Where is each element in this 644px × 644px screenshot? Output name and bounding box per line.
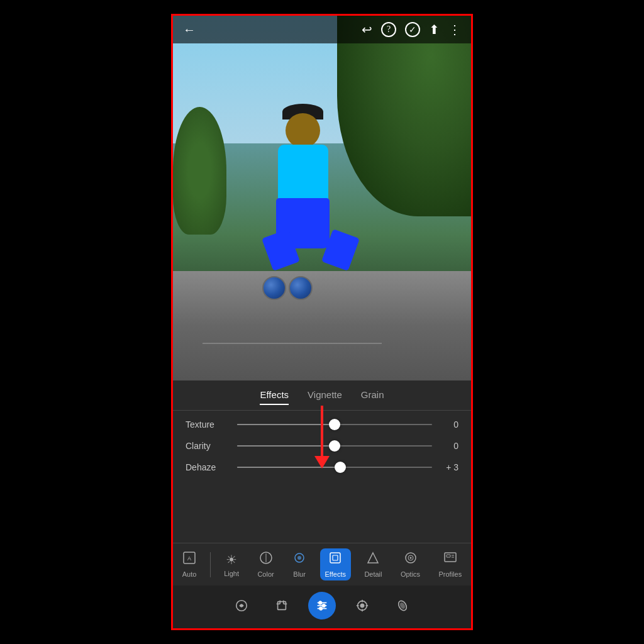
nav-adjust[interactable] — [308, 592, 336, 619]
tab-vignette[interactable]: Vignette — [308, 389, 342, 405]
svg-point-27 — [319, 607, 323, 610]
nav-crop[interactable] — [268, 592, 296, 619]
divider-1 — [210, 552, 211, 577]
dehaze-value: + 3 — [440, 462, 458, 472]
arrow-indicator — [314, 406, 330, 469]
svg-rect-6 — [330, 553, 340, 563]
share-icon[interactable]: ⬆ — [429, 22, 440, 37]
texture-value: 0 — [440, 419, 458, 430]
tool-profiles[interactable]: Profiles — [434, 548, 467, 580]
svg-point-25 — [322, 604, 325, 608]
tab-effects[interactable]: Effects — [260, 389, 289, 405]
optics-icon — [404, 551, 418, 568]
tool-bar: A Auto ☀ Light Color — [173, 543, 471, 586]
svg-rect-13 — [447, 555, 450, 557]
dehaze-label: Dehaze — [186, 462, 230, 472]
svg-rect-7 — [333, 555, 338, 560]
tab-grain[interactable]: Grain — [361, 389, 384, 405]
tool-blur[interactable]: Blur — [287, 548, 311, 580]
tool-optics[interactable]: Optics — [396, 548, 425, 580]
light-icon: ☀ — [226, 552, 237, 567]
texture-track[interactable] — [237, 424, 432, 425]
undo-icon[interactable]: ↩ — [362, 22, 372, 37]
nav-selective[interactable] — [348, 592, 376, 619]
phone-frame: ← ↩ ? ✓ ⬆ ⋮ — [171, 14, 473, 630]
clarity-track[interactable] — [237, 445, 432, 447]
more-icon[interactable]: ⋮ — [448, 22, 461, 37]
svg-rect-17 — [278, 602, 286, 610]
profiles-label: Profiles — [439, 570, 462, 578]
clarity-value: 0 — [440, 441, 458, 451]
color-icon — [259, 551, 273, 568]
nav-heal[interactable] — [389, 592, 416, 619]
svg-point-29 — [360, 604, 364, 608]
auto-label: Auto — [182, 570, 197, 578]
svg-marker-8 — [368, 553, 378, 563]
svg-point-23 — [319, 601, 322, 604]
light-label: Light — [224, 570, 239, 577]
person-subject — [254, 113, 367, 289]
nav-presets[interactable] — [228, 592, 255, 619]
photo-area — [173, 16, 471, 380]
back-icon[interactable]: ← — [183, 23, 196, 37]
optics-label: Optics — [401, 570, 420, 578]
svg-point-11 — [409, 557, 411, 559]
tool-light[interactable]: ☀ Light — [219, 550, 244, 580]
effects-icon — [328, 551, 342, 568]
tool-detail[interactable]: Detail — [359, 548, 387, 580]
detail-icon — [366, 551, 380, 568]
tool-auto[interactable]: A Auto — [177, 548, 202, 580]
check-icon[interactable]: ✓ — [405, 22, 420, 37]
profiles-icon — [443, 551, 457, 568]
effects-label: Effects — [325, 570, 346, 578]
clarity-label: Clarity — [186, 441, 230, 451]
tool-effects[interactable]: Effects — [320, 548, 351, 580]
svg-point-5 — [297, 556, 301, 560]
svg-text:A: A — [187, 555, 191, 562]
help-icon[interactable]: ? — [381, 22, 396, 37]
blur-label: Blur — [293, 570, 306, 578]
bottom-nav — [173, 586, 471, 628]
sunglasses — [262, 276, 313, 300]
detail-label: Detail — [364, 570, 382, 578]
blur-icon — [292, 551, 306, 568]
color-label: Color — [257, 570, 274, 578]
top-bar: ← ↩ ? ✓ ⬆ ⋮ — [173, 16, 471, 43]
auto-icon: A — [182, 551, 196, 568]
dehaze-track[interactable] — [237, 467, 432, 468]
texture-label: Texture — [186, 419, 230, 430]
tool-color[interactable]: Color — [252, 548, 279, 580]
